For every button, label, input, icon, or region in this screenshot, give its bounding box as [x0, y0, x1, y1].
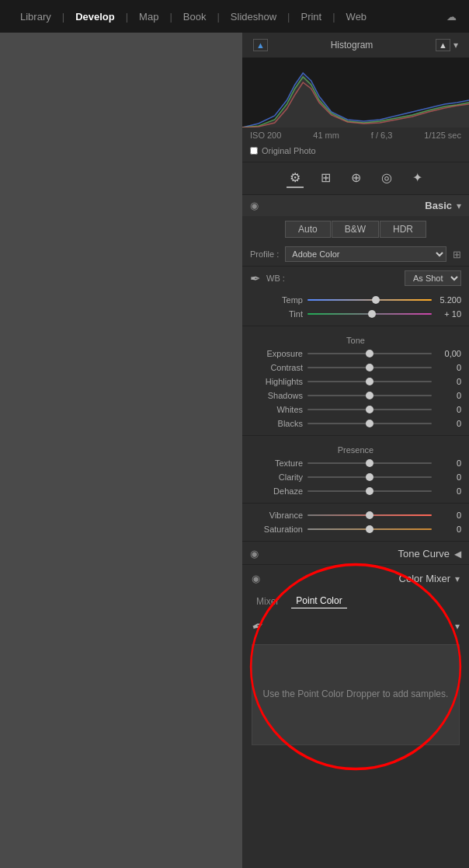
shadows-slider-thumb[interactable] — [366, 392, 373, 399]
svg-marker-0 — [242, 75, 469, 127]
temp-slider-thumb[interactable] — [372, 296, 380, 304]
tone-curve-visibility-icon[interactable]: ◉ — [250, 548, 259, 559]
presence-label: Presence — [242, 441, 469, 456]
color-mixer-visibility-icon[interactable]: ◉ — [252, 573, 260, 584]
tint-label: Tint — [250, 309, 303, 319]
tint-value: + 10 — [436, 309, 461, 319]
shutter-speed: 1/125 sec — [424, 131, 461, 140]
point-color-dropdown-icon[interactable]: ▾ — [455, 621, 460, 632]
dehaze-slider-track[interactable] — [307, 490, 432, 492]
saturation-slider-thumb[interactable] — [366, 525, 373, 533]
nav-web[interactable]: Web — [339, 11, 375, 23]
hdr-button[interactable]: HDR — [380, 221, 426, 238]
color-mixer-section: ◉ Color Mixer ▾ Mixer Point Color ✒ ▾ Us… — [242, 566, 469, 767]
eye-tool-icon[interactable]: ◎ — [378, 169, 395, 188]
tint-slider-row: Tint + 10 — [242, 307, 469, 321]
vibrance-value: 0 — [436, 511, 461, 520]
nav-develop[interactable]: Develop — [68, 11, 123, 23]
preset-buttons-row: Auto B&W HDR — [242, 216, 469, 242]
sliders-tool-icon[interactable]: ⚙ — [287, 169, 304, 188]
contrast-slider-thumb[interactable] — [366, 364, 373, 371]
nav-library[interactable]: Library — [12, 11, 59, 23]
shadows-slider-track[interactable] — [307, 395, 432, 396]
crop-tool-icon[interactable]: ⊞ — [318, 169, 334, 188]
basic-visibility-icon[interactable]: ◉ — [250, 200, 259, 211]
vibrance-slider-track[interactable] — [307, 514, 432, 516]
histogram-header: ▲ Histogram ▲ ▾ — [242, 33, 469, 58]
texture-slider-track[interactable] — [307, 462, 432, 464]
highlights-slider-thumb[interactable] — [366, 378, 373, 385]
bw-button[interactable]: B&W — [332, 221, 379, 238]
presence-sliders-section: Presence Texture 0 Clarity 0 Dehaze — [242, 437, 469, 501]
cloud-sync-icon[interactable]: ☁ — [446, 11, 457, 23]
temp-value: 5.200 — [436, 295, 461, 305]
point-color-dropper-icon[interactable]: ✒ — [249, 616, 266, 636]
dehaze-label: Dehaze — [250, 486, 303, 496]
nav-slideshow[interactable]: Slideshow — [223, 11, 284, 23]
nav-sep-6: | — [332, 11, 335, 23]
highlights-label: Highlights — [250, 377, 303, 386]
exposure-slider-track[interactable] — [307, 353, 432, 354]
profile-row: Profile : Adobe Color ⊞ — [242, 242, 469, 267]
vibrance-slider-row: Vibrance 0 — [242, 508, 469, 522]
nav-print[interactable]: Print — [293, 11, 329, 23]
contrast-slider-track[interactable] — [307, 367, 432, 368]
texture-slider-thumb[interactable] — [366, 459, 373, 467]
clarity-slider-thumb[interactable] — [366, 473, 373, 481]
tone-curve-title: Tone Curve — [398, 548, 450, 559]
basic-section-header: ◉ Basic ▾ — [242, 195, 469, 216]
clarity-slider-row: Clarity 0 — [242, 470, 469, 484]
exposure-slider-row: Exposure 0,00 — [242, 347, 469, 361]
wb-select[interactable]: As Shot — [405, 270, 461, 286]
auto-button[interactable]: Auto — [285, 221, 331, 238]
histogram-graph — [242, 58, 469, 127]
texture-label: Texture — [250, 458, 303, 468]
mixer-tab-point-color[interactable]: Point Color — [291, 594, 346, 608]
profile-grid-icon[interactable]: ⊞ — [453, 249, 461, 260]
histogram-clip-shadows-icon[interactable]: ▲ — [253, 39, 268, 51]
histogram-dropdown-icon[interactable]: ▾ — [453, 40, 458, 51]
color-mixer-section-header: ◉ Color Mixer ▾ — [244, 568, 467, 589]
exposure-slider-thumb[interactable] — [366, 350, 373, 357]
whites-slider-track[interactable] — [307, 409, 432, 410]
profile-select[interactable]: Adobe Color — [285, 246, 446, 262]
gear-tool-icon[interactable]: ✦ — [409, 169, 426, 188]
tint-slider-track[interactable] — [307, 313, 432, 315]
temp-label: Temp — [250, 295, 303, 305]
saturation-slider-row: Saturation 0 — [242, 522, 469, 536]
blacks-slider-thumb[interactable] — [366, 420, 373, 427]
basic-section-title: Basic — [425, 200, 452, 211]
whites-value: 0 — [436, 405, 461, 414]
whites-slider-thumb[interactable] — [366, 406, 373, 413]
color-mixer-arrow[interactable]: ▾ — [455, 573, 460, 584]
nav-map[interactable]: Map — [131, 11, 166, 23]
divider-2 — [242, 435, 469, 436]
clarity-slider-track[interactable] — [307, 476, 432, 478]
histogram-title: Histogram — [331, 40, 373, 51]
tone-curve-arrow[interactable]: ◀ — [454, 549, 461, 559]
highlights-slider-track[interactable] — [307, 381, 432, 382]
blacks-slider-track[interactable] — [307, 423, 432, 424]
tint-slider-thumb[interactable] — [368, 310, 376, 318]
mixer-tab-mixer[interactable]: Mixer — [252, 594, 283, 608]
basic-section-arrow[interactable]: ▾ — [457, 200, 461, 211]
vibrance-sliders-section: Vibrance 0 Saturation 0 — [242, 505, 469, 539]
nav-book[interactable]: Book — [175, 11, 214, 23]
texture-value: 0 — [436, 458, 461, 468]
original-photo-checkbox[interactable] — [250, 147, 258, 155]
tone-curve-section: ◉ Tone Curve ◀ — [242, 543, 469, 565]
temp-tint-sliders: Temp 5.200 Tint + 10 — [242, 290, 469, 324]
dehaze-slider-thumb[interactable] — [366, 487, 373, 495]
wb-label: WB : — [266, 274, 285, 283]
heal-tool-icon[interactable]: ⊕ — [348, 169, 364, 188]
original-photo-row: Original Photo — [242, 143, 469, 162]
saturation-slider-track[interactable] — [307, 528, 432, 530]
histogram-clip-highlights-icon[interactable]: ▲ — [436, 39, 450, 51]
nav-sep-4: | — [217, 11, 219, 23]
wb-eyedropper-icon[interactable]: ✒ — [250, 271, 260, 286]
wb-row: ✒ WB : As Shot — [242, 267, 469, 290]
temp-slider-track[interactable] — [307, 299, 432, 301]
main-layout: ▲ Histogram ▲ ▾ — [0, 33, 469, 868]
vibrance-slider-thumb[interactable] — [366, 511, 373, 519]
right-panel: ▲ Histogram ▲ ▾ — [242, 33, 469, 868]
